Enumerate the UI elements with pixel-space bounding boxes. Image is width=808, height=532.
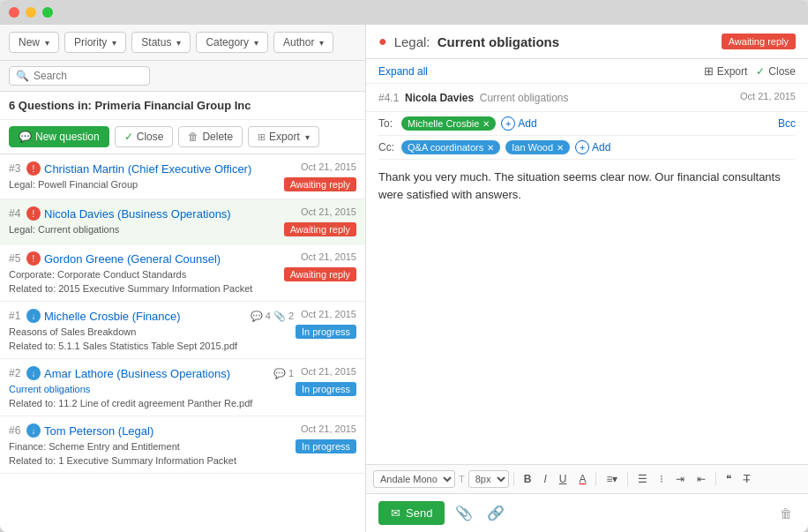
remove-cc-tag1-btn[interactable]: ✕ xyxy=(487,143,494,153)
send-icon: ✉ xyxy=(391,506,400,520)
new-question-btn[interactable]: 💬 New question xyxy=(9,126,109,147)
question-number: #1 xyxy=(9,310,26,322)
attachment-icon: 📎 xyxy=(273,311,286,322)
question-date: Oct 21, 2015 xyxy=(301,309,356,319)
question-meta: 💬 4 📎 2 xyxy=(251,311,294,322)
check-icon: ✓ xyxy=(756,65,765,78)
status-badge: In progress xyxy=(296,325,356,339)
category-filter-btn[interactable]: Category xyxy=(196,32,268,53)
clear-formatting-btn[interactable]: T̶ xyxy=(738,470,755,488)
panel-title-text: Legal: Current obligations xyxy=(394,34,559,49)
close-traffic-light[interactable] xyxy=(9,7,19,18)
underline-btn[interactable]: U xyxy=(554,470,572,488)
unordered-list-btn[interactable]: ⁝ xyxy=(655,470,669,488)
status-icon: ! xyxy=(26,161,41,176)
message-body: Thank you very much. The situation seems… xyxy=(378,160,796,464)
right-panel: ● Legal: Current obligations Awaiting re… xyxy=(366,25,808,532)
filter-toolbar: New Priority Status Category Author xyxy=(0,25,365,61)
question-related: Related to: 2015 Executive Summary Infor… xyxy=(9,283,356,294)
cc-label: Cc: xyxy=(378,141,396,154)
cc-row: Cc: Q&A coordinators ✕ Ian Wood ✕ + Add xyxy=(378,136,796,160)
compose-footer: ✉ Send 📎 🔗 🗑 xyxy=(366,494,808,532)
message-number: #4.1 Nicola Davies Current obligations xyxy=(378,92,568,104)
bcc-btn[interactable]: Bcc xyxy=(778,117,796,130)
close-btn[interactable]: ✓ Close xyxy=(115,126,174,147)
author-filter-btn[interactable]: Author xyxy=(273,32,333,53)
delete-btn[interactable]: 🗑 Delete xyxy=(178,126,243,147)
question-subtitle: Legal: Powell Financial Group xyxy=(9,179,284,190)
question-title: Amar Lathore (Business Operations) xyxy=(44,367,268,380)
question-number: #5 xyxy=(9,252,26,265)
to-row: To: Michelle Crosbie ✕ + Add Bcc xyxy=(378,112,796,136)
compose-area: To: Michelle Crosbie ✕ + Add Bcc Cc: xyxy=(366,112,808,464)
add-cc-btn[interactable]: + Add xyxy=(575,140,610,154)
list-item[interactable]: #4 ! Nicola Davies (Business Operations)… xyxy=(0,199,365,244)
question-date: Oct 21, 2015 xyxy=(301,206,356,217)
font-color-btn[interactable]: A xyxy=(573,470,591,488)
chat-icon: 💬 xyxy=(19,131,32,143)
align-btn[interactable]: ≡▾ xyxy=(601,470,623,488)
status-icon: ↓ xyxy=(26,366,41,380)
export-btn[interactable]: ⊞ Export xyxy=(704,64,748,78)
list-item[interactable]: #6 ↓ Tom Peterson (Legal) Oct 21, 2015 F… xyxy=(0,416,365,474)
search-input-wrap[interactable]: 🔍 xyxy=(9,66,150,86)
cc-tag1: Q&A coordinators ✕ xyxy=(401,140,500,154)
priority-filter-btn[interactable]: Priority xyxy=(64,32,126,53)
send-btn[interactable]: ✉ Send xyxy=(378,501,445,525)
attach-btn[interactable]: 📎 xyxy=(452,501,476,525)
table-icon: ⊞ xyxy=(704,64,714,78)
add-to-btn[interactable]: + Add xyxy=(501,116,536,131)
right-panel-actions: Expand all ⊞ Export ✓ Close xyxy=(366,59,808,84)
status-filter-btn[interactable]: Status xyxy=(131,32,191,53)
message-date: Oct 21, 2015 xyxy=(740,91,796,101)
remove-cc-tag2-btn[interactable]: ✕ xyxy=(557,143,564,153)
app-body: New Priority Status Category Author 🔍 6 … xyxy=(0,25,808,532)
link-btn[interactable]: 🔗 xyxy=(483,501,508,525)
question-subtitle: Corporate: Corporate Conduct Standards xyxy=(9,269,284,280)
maximize-traffic-light[interactable] xyxy=(42,7,53,18)
question-related: Related to: 11.2 Line of credit agreemen… xyxy=(9,398,356,408)
question-date: Oct 21, 2015 xyxy=(301,161,356,172)
question-related: Related to: 1 Executive Summary Informat… xyxy=(9,455,356,466)
question-meta: 💬 1 xyxy=(273,368,294,379)
font-family-select[interactable]: Andale Mono xyxy=(373,470,455,488)
list-item[interactable]: #2 ↓ Amar Lathore (Business Operations) … xyxy=(0,359,365,416)
font-size-select[interactable]: 8px xyxy=(468,470,509,488)
link-icon: 🔗 xyxy=(487,506,505,521)
awaiting-badge: Awaiting reply xyxy=(722,34,796,49)
list-item[interactable]: #1 ↓ Michelle Crosbie (Finance) 💬 4 📎 2 … xyxy=(0,302,365,359)
editor-divider xyxy=(715,472,716,486)
export-btn[interactable]: ⊞ Export xyxy=(248,126,319,147)
remove-to-tag-btn[interactable]: ✕ xyxy=(483,119,490,129)
left-panel: New Priority Status Category Author 🔍 6 … xyxy=(0,25,366,532)
status-icon: ! xyxy=(26,206,41,221)
indent-btn[interactable]: ⇥ xyxy=(670,470,690,488)
editor-divider xyxy=(627,472,628,486)
question-subtitle: Finance: Scheme Entry and Entitlement xyxy=(9,441,296,452)
new-filter-btn[interactable]: New xyxy=(9,32,59,53)
search-input[interactable] xyxy=(34,70,139,82)
question-title: Tom Peterson (Legal) xyxy=(44,424,294,438)
outdent-btn[interactable]: ⇤ xyxy=(692,470,711,488)
main-window: New Priority Status Category Author 🔍 6 … xyxy=(0,0,808,532)
blockquote-btn[interactable]: ❝ xyxy=(721,470,737,488)
ordered-list-btn[interactable]: ☰ xyxy=(632,470,653,488)
obligations-title: Current obligations xyxy=(438,34,559,49)
expand-all-btn[interactable]: Expand all xyxy=(378,65,428,78)
status-icon: ! xyxy=(26,251,41,266)
minimize-traffic-light[interactable] xyxy=(26,7,36,18)
status-badge: In progress xyxy=(296,439,356,453)
check-icon: ✓ xyxy=(124,131,133,143)
paperclip-icon: 📎 xyxy=(455,506,473,521)
italic-btn[interactable]: I xyxy=(538,470,551,488)
close-panel-btn[interactable]: ✓ Close xyxy=(756,65,796,78)
question-number: #4 xyxy=(9,207,26,220)
question-date: Oct 21, 2015 xyxy=(301,251,356,262)
list-item[interactable]: #3 ! Christian Martin (Chief Executive O… xyxy=(0,154,365,199)
bold-btn[interactable]: B xyxy=(519,470,537,488)
status-badge: Awaiting reply xyxy=(284,177,356,191)
list-item[interactable]: #5 ! Gordon Greene (General Counsel) Oct… xyxy=(0,244,365,302)
delete-compose-btn[interactable]: 🗑 xyxy=(776,503,796,524)
status-icon: ↓ xyxy=(26,423,41,438)
to-tag: Michelle Crosbie ✕ xyxy=(401,116,496,131)
